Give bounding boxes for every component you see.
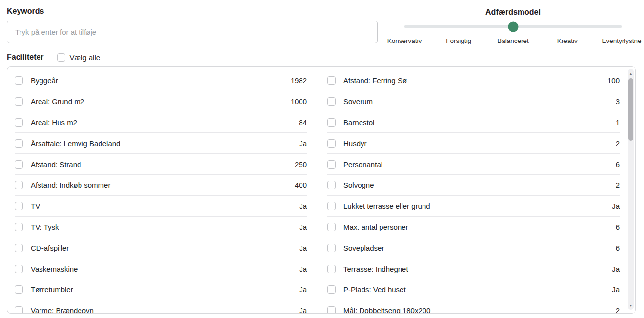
facilities-column: Afstand: Ferring Sø100Soverum3Barnestol1…: [327, 70, 620, 314]
facility-value: Ja: [612, 202, 620, 210]
facilities-list: Byggeår1982Areal: Grund m21000Areal: Hus…: [7, 66, 636, 314]
facility-checkbox[interactable]: [327, 265, 336, 273]
behavior-model-option[interactable]: Eventyrlystne: [602, 37, 641, 44]
facility-row: Soverum3: [327, 91, 620, 112]
behavior-model-option[interactable]: Konservativ: [387, 37, 422, 44]
facility-checkbox[interactable]: [15, 76, 23, 85]
facility-value: 84: [299, 118, 307, 127]
facility-checkbox[interactable]: [15, 223, 23, 231]
select-all-label: Vælg alle: [70, 53, 101, 62]
scroll-up-icon[interactable]: ▲: [628, 70, 634, 77]
facility-row: Sovepladser6: [327, 237, 620, 258]
facility-label: CD-afspiller: [31, 244, 69, 252]
facility-checkbox[interactable]: [15, 265, 23, 273]
facility-label: Soverum: [343, 97, 373, 106]
facility-label: Varme: Brændeovn: [31, 306, 94, 314]
facility-checkbox[interactable]: [15, 118, 23, 127]
facility-value: 1000: [291, 97, 307, 106]
facility-value: 3: [616, 97, 620, 106]
keywords-label: Keywords: [7, 7, 44, 16]
facility-label: Areal: Grund m2: [31, 97, 84, 106]
behavior-model-option[interactable]: Kreativ: [557, 37, 578, 44]
facility-value: Ja: [299, 139, 307, 148]
facility-value: Ja: [299, 285, 307, 294]
facility-label: Lukket terrasse eller grund: [343, 202, 430, 210]
facility-checkbox[interactable]: [15, 97, 23, 106]
facilities-columns: Byggeår1982Areal: Grund m21000Areal: Hus…: [7, 67, 635, 314]
facility-value: 100: [607, 76, 620, 85]
facility-row: Husdyr2: [327, 133, 620, 154]
facility-checkbox[interactable]: [327, 160, 336, 169]
scrollbar-thumb[interactable]: [628, 78, 633, 141]
facility-checkbox[interactable]: [327, 97, 336, 106]
facility-value: 1982: [291, 76, 307, 85]
facility-value: 6: [616, 160, 620, 169]
facility-checkbox[interactable]: [327, 285, 336, 294]
behavior-model-option[interactable]: Forsigtig: [446, 37, 471, 44]
facility-row: Byggeår1982: [15, 70, 307, 91]
scroll-down-icon[interactable]: ▼: [628, 302, 634, 309]
facility-label: Barnestol: [343, 118, 374, 127]
facility-checkbox[interactable]: [327, 76, 336, 85]
facility-label: Mål: Dobbeltseng 180x200: [343, 306, 430, 314]
facilities-scrollbar[interactable]: ▲ ▼: [628, 69, 634, 310]
facility-row: Lukket terrasse eller grundJa: [327, 196, 620, 217]
facility-label: TV: Tysk: [31, 223, 59, 231]
facility-value: 2: [616, 306, 620, 314]
facility-label: Afstand: Strand: [31, 160, 81, 169]
behavior-model-slider-thumb[interactable]: [508, 21, 518, 32]
facility-checkbox[interactable]: [327, 306, 336, 314]
facility-value: Ja: [299, 223, 307, 231]
facility-label: Årsaftale: Lemvig Badeland: [31, 139, 120, 148]
facility-row: Afstand: Strand250: [15, 154, 307, 175]
facility-checkbox[interactable]: [15, 139, 23, 148]
behavior-model-title: Adfærdsmodel: [404, 8, 622, 17]
facility-checkbox[interactable]: [327, 202, 336, 210]
facility-row: Varme: BrændeovnJa: [15, 300, 307, 314]
keywords-input[interactable]: [7, 21, 378, 43]
facility-label: Personantal: [343, 160, 382, 169]
facility-checkbox[interactable]: [327, 244, 336, 252]
facility-value: Ja: [612, 265, 620, 273]
facility-value: 1: [616, 118, 620, 127]
facility-value: Ja: [299, 306, 307, 314]
facility-row: Solvogne2: [327, 175, 620, 196]
facility-label: P-Plads: Ved huset: [343, 285, 406, 294]
facilities-header: Faciliteter Vælg alle: [7, 53, 100, 62]
facility-label: Max. antal personer: [343, 223, 408, 231]
facility-label: Husdyr: [343, 139, 367, 148]
facility-checkbox[interactable]: [15, 244, 23, 252]
facility-label: Areal: Hus m2: [31, 118, 77, 127]
behavior-model-option[interactable]: Balanceret: [497, 37, 529, 44]
behavior-model-labels: KonservativForsigtigBalanceretKreativEve…: [404, 37, 622, 45]
facility-row: TVJa: [15, 196, 307, 217]
facility-checkbox[interactable]: [15, 285, 23, 294]
select-all-checkbox[interactable]: [57, 53, 65, 62]
facilities-title: Faciliteter: [7, 53, 44, 62]
facility-checkbox[interactable]: [327, 139, 336, 148]
facility-checkbox[interactable]: [327, 181, 336, 189]
facility-row: Mål: Dobbeltseng 180x2002: [327, 300, 620, 314]
facility-label: Tørretumbler: [31, 285, 73, 294]
facility-value: 250: [295, 160, 307, 169]
facility-row: TV: TyskJa: [15, 217, 307, 238]
facility-label: Byggeår: [31, 76, 58, 85]
facility-value: 400: [295, 181, 307, 189]
facility-label: TV: [31, 202, 40, 210]
facility-checkbox[interactable]: [15, 181, 23, 189]
behavior-model-slider[interactable]: [404, 25, 622, 28]
facility-checkbox[interactable]: [15, 160, 23, 169]
facility-row: P-Plads: Ved husetJa: [327, 279, 620, 300]
facility-value: 2: [616, 139, 620, 148]
facility-row: VaskemaskineJa: [15, 258, 307, 279]
facility-label: Afstand: Ferring Sø: [343, 76, 407, 85]
facility-value: Ja: [299, 265, 307, 273]
facilities-column: Byggeår1982Areal: Grund m21000Areal: Hus…: [15, 70, 307, 314]
facility-value: 2: [616, 181, 620, 189]
facility-checkbox[interactable]: [327, 118, 336, 127]
facility-checkbox[interactable]: [15, 306, 23, 314]
facility-checkbox[interactable]: [15, 202, 23, 210]
facility-value: Ja: [299, 202, 307, 210]
facility-row: Barnestol1: [327, 112, 620, 133]
facility-checkbox[interactable]: [327, 223, 336, 231]
